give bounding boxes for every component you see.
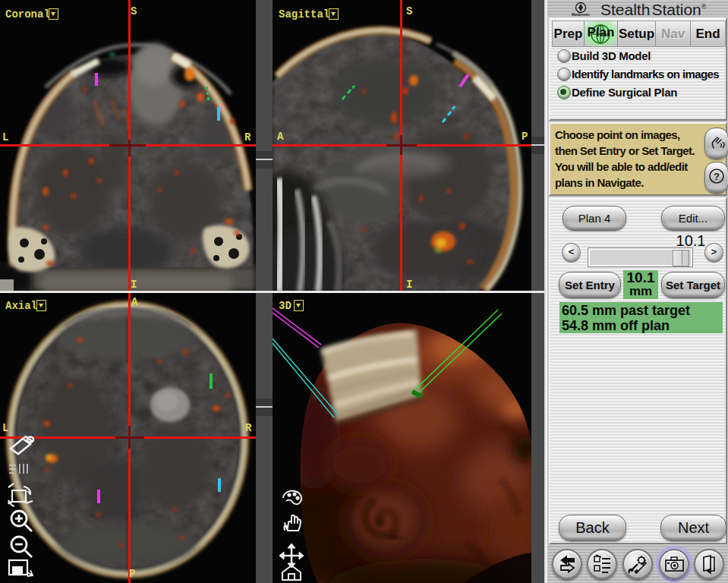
svg-text:R: R: [245, 422, 252, 434]
svg-text:Medtronic: Medtronic: [572, 12, 590, 17]
svg-text:A: A: [277, 131, 284, 143]
svg-text:L: L: [2, 422, 8, 434]
svg-text:R: R: [244, 131, 251, 143]
svg-text:L: L: [2, 131, 8, 143]
svg-text:I: I: [131, 279, 137, 291]
svg-text:P: P: [129, 568, 135, 580]
svg-text:A: A: [131, 296, 138, 308]
svg-text:I: I: [406, 279, 412, 291]
svg-text:S: S: [131, 5, 137, 17]
svg-text:P: P: [522, 131, 528, 143]
svg-text:?: ?: [714, 171, 720, 182]
svg-text:S: S: [406, 5, 412, 17]
